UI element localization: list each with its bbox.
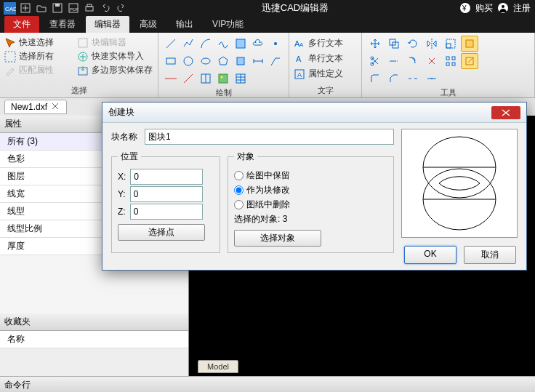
fillet-icon[interactable] xyxy=(366,71,384,87)
create-block-dialog: 创建块 块名称 位置 X: Y: Z: 选择点 对象 绘图中保留 作 xyxy=(102,102,527,271)
table-icon[interactable] xyxy=(233,71,249,87)
move-icon[interactable] xyxy=(366,36,384,52)
quick-access-toolbar: CAD PDF xyxy=(0,1,131,15)
select-all-icon xyxy=(4,51,16,63)
array-icon[interactable] xyxy=(442,53,459,69)
polyline-icon[interactable] xyxy=(180,36,196,52)
currency-icon[interactable]: ¥ xyxy=(459,2,471,14)
offset-icon[interactable] xyxy=(404,53,422,69)
tab-vip[interactable]: VIP功能 xyxy=(204,16,252,33)
xline-icon[interactable] xyxy=(163,71,179,87)
new-icon[interactable] xyxy=(19,1,32,15)
rect-icon[interactable] xyxy=(163,53,179,69)
poly-entity-export-button[interactable]: 多边形实体保存 xyxy=(77,63,153,77)
image-icon[interactable] xyxy=(215,71,231,87)
select-objects-button[interactable]: 选择对象 xyxy=(234,230,321,247)
hatch-icon[interactable] xyxy=(233,36,249,52)
join-icon[interactable] xyxy=(423,71,441,87)
mtext-icon: AA xyxy=(294,38,305,49)
tab-viewer[interactable]: 查看器 xyxy=(41,16,84,33)
close-icon[interactable] xyxy=(52,103,60,111)
circle-icon[interactable] xyxy=(180,53,196,69)
trim-icon[interactable] xyxy=(366,53,384,69)
buy-label[interactable]: 购买 xyxy=(475,2,493,15)
tab-file[interactable]: 文件 xyxy=(4,16,39,33)
point-icon[interactable] xyxy=(268,36,283,52)
quick-entity-import-button[interactable]: 快速实体导入 xyxy=(77,49,153,63)
z-input[interactable] xyxy=(130,204,203,220)
open-icon[interactable] xyxy=(35,1,48,15)
dimension-icon[interactable] xyxy=(250,53,266,69)
model-tab[interactable]: Model xyxy=(198,360,238,373)
dialog-close-button[interactable] xyxy=(491,106,520,119)
ellipse-icon[interactable] xyxy=(198,53,214,69)
multi-text-button[interactable]: AA多行文本 xyxy=(294,36,357,51)
svg-rect-10 xyxy=(87,4,92,7)
save-icon[interactable] xyxy=(51,1,64,15)
keep-label: 绘图中保留 xyxy=(246,169,290,182)
single-text-button[interactable]: A单行文本 xyxy=(294,51,357,66)
tab-editor[interactable]: 编辑器 xyxy=(86,16,129,33)
copy-icon[interactable] xyxy=(385,36,403,52)
x-input[interactable] xyxy=(130,169,203,185)
leader-icon[interactable] xyxy=(268,53,283,69)
pick-point-button[interactable]: 选择点 xyxy=(118,224,205,241)
save-pdf-icon[interactable]: PDF xyxy=(67,1,80,15)
keep-radio[interactable] xyxy=(234,171,244,180)
multi-text-label: 多行文本 xyxy=(308,37,343,49)
svg-line-33 xyxy=(184,74,193,83)
attr-def-button[interactable]: A属性定义 xyxy=(294,66,357,81)
svg-point-37 xyxy=(221,76,223,79)
dialog-titlebar[interactable]: 创建块 xyxy=(102,103,526,123)
convert-radio[interactable] xyxy=(234,185,244,195)
document-tab[interactable]: New1.dxf xyxy=(4,100,67,114)
extend-icon[interactable] xyxy=(385,53,403,69)
viewport-icon[interactable] xyxy=(198,71,214,87)
single-text-label: 单行文本 xyxy=(308,52,343,65)
line-icon[interactable] xyxy=(163,36,179,52)
attr-icon: A xyxy=(294,68,305,80)
ray-icon[interactable] xyxy=(180,71,196,87)
quick-select-button[interactable]: 快速选择 xyxy=(4,36,77,49)
svg-marker-51 xyxy=(433,41,436,47)
svg-text:A: A xyxy=(299,41,304,48)
group-label-draw: 绘制 xyxy=(163,87,284,98)
y-input[interactable] xyxy=(130,186,203,202)
favorites-name[interactable]: 名称 xyxy=(0,331,188,348)
delete-radio[interactable] xyxy=(234,200,244,209)
block-icon[interactable] xyxy=(233,53,249,69)
undo-icon[interactable] xyxy=(99,1,112,15)
command-line[interactable]: 命令行 xyxy=(0,376,535,392)
text-icon: A xyxy=(294,53,305,65)
chamfer-icon[interactable] xyxy=(385,71,403,87)
svg-point-25 xyxy=(184,57,193,65)
poly-entity-export-label: 多边形实体保存 xyxy=(92,64,153,76)
position-legend: 位置 xyxy=(118,151,141,163)
select-all-button[interactable]: 选择所有 xyxy=(4,49,77,63)
rotate-icon[interactable] xyxy=(404,36,422,52)
scale-icon[interactable] xyxy=(442,36,459,52)
tab-advanced[interactable]: 高级 xyxy=(131,16,166,33)
tab-output[interactable]: 输出 xyxy=(167,16,202,33)
svg-rect-9 xyxy=(86,7,93,11)
mirror-icon[interactable] xyxy=(423,36,441,52)
block-editor-button: 块编辑器 xyxy=(77,36,153,49)
edit-block-icon[interactable] xyxy=(461,53,478,69)
cancel-button[interactable]: 取消 xyxy=(464,246,516,264)
redo-icon[interactable] xyxy=(115,1,128,15)
print-icon[interactable] xyxy=(83,1,96,15)
group-label-tools: 工具 xyxy=(366,87,530,98)
break-icon[interactable] xyxy=(404,71,422,87)
ok-button[interactable]: OK xyxy=(404,246,456,264)
polygon-icon[interactable] xyxy=(215,53,231,69)
register-label[interactable]: 注册 xyxy=(513,2,531,15)
spline-icon[interactable] xyxy=(215,36,231,52)
block-name-input[interactable] xyxy=(145,129,394,145)
cloud-icon[interactable] xyxy=(250,36,266,52)
svg-rect-59 xyxy=(446,57,449,60)
svg-rect-61 xyxy=(446,63,449,65)
user-icon[interactable] xyxy=(497,2,509,14)
explode-icon[interactable] xyxy=(423,53,441,69)
create-block-icon[interactable] xyxy=(461,36,478,52)
arc-icon[interactable] xyxy=(198,36,214,52)
